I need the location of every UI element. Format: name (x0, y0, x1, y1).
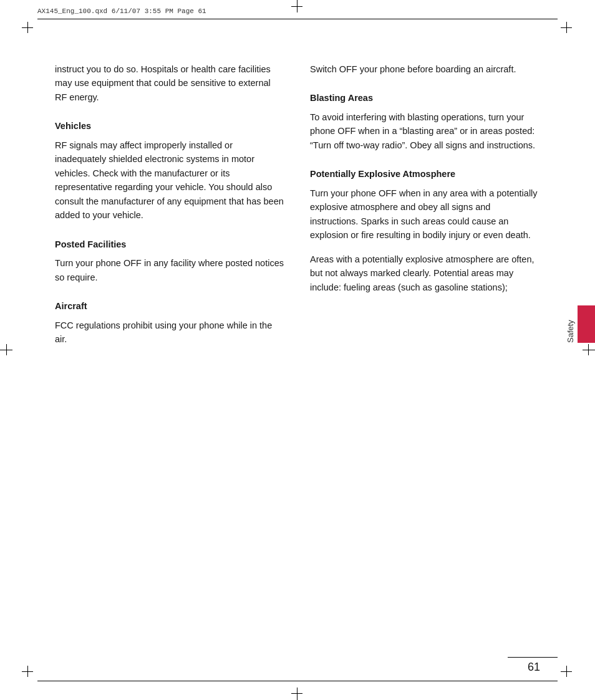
header-bar: AX145_Eng_100.qxd 6/11/07 3:55 PM Page 6… (37, 7, 558, 15)
vehicles-heading: Vehicles (55, 119, 285, 133)
header-line (37, 19, 558, 19)
reg-mark-tl (22, 22, 34, 34)
reg-mark-bl (22, 666, 34, 678)
page-number: 61 (528, 661, 540, 674)
posted-facilities-heading: Posted Facilities (55, 237, 285, 251)
file-info: AX145_Eng_100.qxd 6/11/07 3:55 PM Page 6… (37, 7, 206, 15)
safety-label: Safety (563, 305, 578, 343)
blasting-heading: Blasting Areas (310, 91, 540, 105)
intro-text: instruct you to do so. Hospitals or heal… (55, 62, 285, 104)
posted-facilities-text: Turn your phone OFF in any facility wher… (55, 256, 285, 284)
explosive-text2: Areas with a potentially explosive atmos… (310, 252, 540, 294)
vehicles-text: RF signals may affect improperly install… (55, 138, 285, 223)
blasting-text: To avoid interfering with blasting opera… (310, 110, 540, 152)
safety-tab-bar (578, 305, 595, 343)
page-container: AX145_Eng_100.qxd 6/11/07 3:55 PM Page 6… (0, 0, 595, 700)
aircraft-heading: Aircraft (55, 299, 285, 313)
right-column: Switch OFF your phone before boarding an… (310, 62, 540, 650)
reg-mark-right (573, 344, 595, 357)
reg-mark-center-bottom (291, 678, 304, 700)
aircraft-cont-text: Switch OFF your phone before boarding an… (310, 62, 540, 76)
footer-line (37, 681, 558, 681)
explosive-text1: Turn your phone OFF when in any area wit… (310, 186, 540, 242)
left-column: instruct you to do so. Hospitals or heal… (55, 62, 285, 650)
reg-mark-br (561, 666, 573, 678)
page-number-line (508, 657, 558, 658)
reg-mark-left (0, 344, 22, 357)
aircraft-text: FCC regulations prohibit using your phon… (55, 319, 285, 347)
explosive-heading: Potentially Explosive Atmosphere (310, 167, 540, 181)
content-area: instruct you to do so. Hospitals or heal… (55, 62, 540, 650)
reg-mark-tr (561, 22, 573, 34)
